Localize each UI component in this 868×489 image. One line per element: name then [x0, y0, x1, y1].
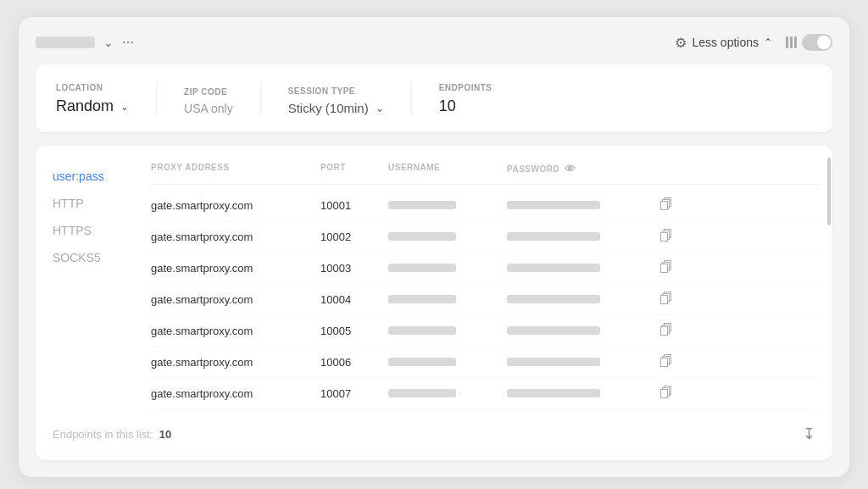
table-area: PROXY ADDRESS PORT USERNAME PASSWORD 👁 g…	[137, 163, 832, 409]
endpoints-in-list-label: Endpoints in this list: 10	[53, 428, 171, 441]
copy-icon[interactable]: 🗍	[659, 323, 693, 338]
scrollbar-track[interactable]	[826, 146, 832, 460]
account-badge	[36, 36, 95, 48]
location-value: Random	[56, 97, 114, 115]
top-left: ⌄ ⋯	[36, 36, 134, 49]
session-type-chevron: ⌄	[376, 103, 384, 114]
session-type-value: Sticky (10min)	[288, 101, 369, 115]
col-actions	[659, 163, 693, 175]
endpoints-label: ENDPOINTS	[439, 83, 492, 92]
table-row: gate.smartproxy.com 10004 🗍	[151, 284, 819, 315]
location-filter: LOCATION Random ⌄	[56, 83, 129, 115]
col-proxy-address: PROXY ADDRESS	[151, 163, 320, 175]
port-cell: 10002	[320, 231, 388, 243]
proxy-address-cell: gate.smartproxy.com	[151, 356, 320, 369]
table-row: gate.smartproxy.com 10005 🗍	[151, 315, 819, 347]
password-cell	[507, 232, 600, 241]
session-type-filter: SESSION TYPE Sticky (10min) ⌄	[288, 86, 384, 115]
password-cell	[507, 295, 600, 303]
copy-icon[interactable]: 🗍	[659, 292, 693, 307]
less-options-label: Less options	[692, 36, 759, 49]
nav-item-userpass[interactable]: user:pass	[53, 163, 120, 190]
session-type-select[interactable]: Sticky (10min) ⌄	[288, 101, 384, 115]
port-cell: 10005	[320, 325, 388, 337]
password-cell	[507, 264, 600, 272]
proxy-address-cell: gate.smartproxy.com	[151, 387, 320, 400]
outer-card: ⌄ ⋯ ⚙ Less options ⌃ LOCATION Random	[19, 17, 849, 477]
more-options-icon[interactable]: ⋯	[122, 36, 134, 49]
zipcode-value: USA only	[184, 102, 233, 115]
username-cell	[388, 326, 456, 335]
password-eye-icon[interactable]: 👁	[565, 163, 576, 175]
table-row: gate.smartproxy.com 10007 🗍	[151, 378, 819, 409]
port-cell: 10001	[320, 199, 388, 212]
port-cell: 10004	[320, 293, 388, 306]
username-cell	[388, 389, 456, 397]
filters-row: LOCATION Random ⌄ ZIP CODE USA only SESS…	[56, 81, 812, 115]
copy-icon[interactable]: 🗍	[659, 354, 693, 370]
nav-item-http[interactable]: HTTP	[53, 190, 120, 217]
divider-2	[260, 81, 261, 115]
endpoints-count: 10	[159, 428, 171, 441]
location-chevron: ⌄	[120, 101, 129, 113]
zipcode-filter: ZIP CODE USA only	[184, 87, 233, 115]
copy-icon[interactable]: 🗍	[659, 386, 693, 401]
toggle-switch[interactable]	[802, 34, 832, 51]
password-cell	[507, 389, 600, 397]
toggle-area	[786, 34, 832, 51]
copy-icon[interactable]: 🗍	[659, 229, 693, 244]
copy-icon[interactable]: 🗍	[659, 260, 693, 275]
sidebar-nav: user:pass HTTP HTTPS SOCKS5	[36, 163, 137, 409]
proxy-address-cell: gate.smartproxy.com	[151, 293, 320, 306]
copy-icon[interactable]: 🗍	[659, 197, 693, 213]
proxy-address-cell: gate.smartproxy.com	[151, 199, 320, 212]
location-select[interactable]: Random ⌄	[56, 97, 129, 115]
username-cell	[388, 201, 456, 209]
filters-card: LOCATION Random ⌄ ZIP CODE USA only SESS…	[36, 64, 832, 132]
divider-3	[411, 81, 412, 115]
table-row: gate.smartproxy.com 10006 🗍	[151, 347, 819, 378]
footer-row: Endpoints in this list: 10 ↧	[36, 413, 832, 443]
proxy-address-cell: gate.smartproxy.com	[151, 262, 320, 275]
password-cell	[507, 201, 600, 209]
table-row: gate.smartproxy.com 10001 🗍	[151, 190, 819, 221]
columns-icon	[786, 36, 797, 48]
port-cell: 10003	[320, 262, 388, 275]
col-port: PORT	[320, 163, 388, 175]
main-card: user:pass HTTP HTTPS SOCKS5 PROXY ADDRES…	[36, 146, 832, 460]
scrollbar-thumb[interactable]	[827, 158, 831, 225]
less-options-button[interactable]: ⚙ Less options ⌃	[675, 35, 772, 51]
location-label: LOCATION	[56, 83, 129, 92]
port-cell: 10006	[320, 356, 388, 369]
password-cell	[507, 326, 600, 335]
proxy-address-cell: gate.smartproxy.com	[151, 325, 320, 337]
port-cell: 10007	[320, 387, 388, 400]
divider-1	[156, 81, 157, 115]
session-type-label: SESSION TYPE	[288, 86, 384, 96]
table-row: gate.smartproxy.com 10003 🗍	[151, 253, 819, 284]
nav-item-socks5[interactable]: SOCKS5	[53, 244, 120, 271]
proxy-address-cell: gate.smartproxy.com	[151, 231, 320, 243]
col-username: USERNAME	[388, 163, 507, 175]
username-cell	[388, 295, 456, 303]
username-cell	[388, 358, 456, 366]
account-dropdown-chevron[interactable]: ⌄	[103, 36, 114, 49]
password-cell	[507, 358, 600, 366]
download-icon[interactable]: ↧	[803, 425, 815, 443]
endpoints-value: 10	[439, 97, 492, 115]
endpoints-filter: ENDPOINTS 10	[439, 83, 492, 115]
col-password: PASSWORD 👁	[507, 163, 659, 175]
top-right: ⚙ Less options ⌃	[675, 34, 832, 51]
chevron-up-icon: ⌃	[764, 36, 772, 48]
username-cell	[388, 264, 456, 272]
main-content: user:pass HTTP HTTPS SOCKS5 PROXY ADDRES…	[36, 163, 832, 409]
top-bar: ⌄ ⋯ ⚙ Less options ⌃	[36, 34, 832, 51]
table-row: gate.smartproxy.com 10002 🗍	[151, 221, 819, 253]
nav-item-https[interactable]: HTTPS	[53, 217, 120, 244]
username-cell	[388, 232, 456, 241]
zipcode-label: ZIP CODE	[184, 87, 233, 97]
gear-icon: ⚙	[675, 35, 687, 51]
table-header: PROXY ADDRESS PORT USERNAME PASSWORD 👁	[151, 163, 819, 185]
